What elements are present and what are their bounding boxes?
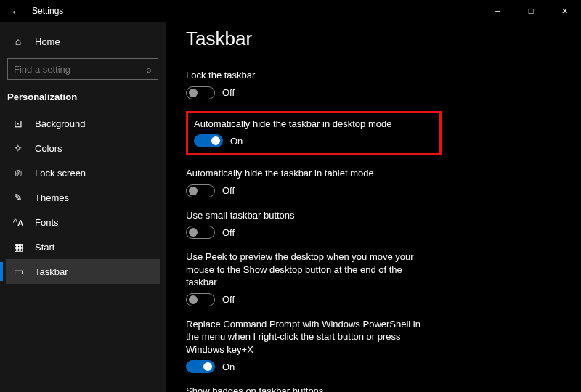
setting-label: Replace Command Prompt with Windows Powe… — [186, 318, 433, 356]
sidebar-item-label: Colors — [35, 143, 62, 154]
fonts-icon: ᴬᴀ — [12, 216, 25, 228]
themes-icon: ✎ — [12, 192, 25, 203]
maximize-button[interactable]: □ — [514, 0, 548, 22]
sidebar-item-label: Background — [35, 118, 85, 129]
toggle-knob — [189, 89, 198, 97]
sidebar-item-lock-screen[interactable]: ⎚Lock screen — [6, 160, 160, 185]
toggle-knob — [203, 362, 212, 371]
sidebar-item-label: Taskbar — [35, 266, 68, 277]
titlebar: ← Settings ─ □ ✕ — [0, 0, 581, 22]
setting-row: Automatically hide the taskbar in deskto… — [186, 111, 442, 156]
toggle-state: Off — [222, 87, 235, 98]
toggle-switch[interactable] — [186, 184, 215, 197]
lock-screen-icon: ⎚ — [12, 167, 25, 179]
sidebar-item-label: Fonts — [35, 217, 59, 228]
toggle-switch[interactable] — [194, 134, 223, 147]
sidebar-item-label: Themes — [35, 192, 69, 203]
sidebar-item-label: Lock screen — [35, 168, 86, 179]
window-title: Settings — [32, 6, 63, 16]
sidebar-home-label: Home — [35, 36, 60, 47]
setting-row: Use small taskbar buttonsOff — [186, 209, 433, 240]
toggle-knob — [211, 136, 220, 145]
setting-label: Use small taskbar buttons — [186, 209, 433, 222]
toggle-state: On — [222, 362, 235, 372]
setting-label: Lock the taskbar — [186, 69, 433, 82]
start-icon: ▦ — [12, 241, 25, 253]
toggle-state: Off — [222, 185, 235, 196]
sidebar-item-taskbar[interactable]: ▭Taskbar — [6, 259, 160, 284]
toggle-switch[interactable] — [186, 360, 215, 373]
toggle-state: Off — [222, 227, 235, 238]
toggle-state: Off — [222, 294, 235, 305]
toggle-switch[interactable] — [186, 226, 215, 239]
sidebar-item-colors[interactable]: ✧Colors — [6, 136, 160, 160]
sidebar-item-themes[interactable]: ✎Themes — [6, 185, 160, 210]
minimize-button[interactable]: ─ — [481, 0, 514, 22]
sidebar-section-header: Personalization — [6, 87, 160, 110]
background-icon: ⊡ — [12, 118, 25, 129]
setting-label: Use Peek to preview the desktop when you… — [186, 250, 433, 289]
toggle-switch[interactable] — [186, 293, 215, 306]
page-heading: Taskbar — [186, 28, 561, 50]
toggle-knob — [189, 228, 198, 237]
search-input[interactable] — [14, 64, 146, 75]
sidebar: ⌂ Home ⌕ Personalization ⊡Background✧Col… — [0, 22, 166, 392]
back-button[interactable]: ← — [9, 5, 23, 17]
sidebar-home[interactable]: ⌂ Home — [6, 29, 160, 54]
setting-label: Automatically hide the taskbar in tablet… — [186, 167, 433, 180]
sidebar-item-label: Start — [35, 242, 54, 253]
taskbar-icon: ▭ — [12, 266, 25, 277]
setting-row: Automatically hide the taskbar in tablet… — [186, 167, 433, 197]
setting-row: Show badges on taskbar buttonsOn — [186, 385, 433, 392]
toggle-state: On — [230, 136, 243, 147]
setting-row: Use Peek to preview the desktop when you… — [186, 250, 433, 306]
toggle-switch[interactable] — [186, 86, 215, 99]
toggle-knob — [189, 295, 198, 304]
colors-icon: ✧ — [12, 142, 25, 154]
setting-row: Replace Command Prompt with Windows Powe… — [186, 318, 433, 374]
setting-row: Lock the taskbarOff — [186, 69, 433, 99]
sidebar-item-start[interactable]: ▦Start — [6, 234, 160, 259]
search-icon: ⌕ — [146, 64, 152, 75]
home-icon: ⌂ — [12, 36, 25, 47]
setting-label: Show badges on taskbar buttons — [186, 385, 433, 392]
close-button[interactable]: ✕ — [548, 0, 581, 22]
setting-label: Automatically hide the taskbar in deskto… — [194, 118, 434, 131]
content-pane[interactable]: Taskbar Lock the taskbarOffAutomatically… — [166, 22, 581, 392]
toggle-knob — [189, 187, 198, 195]
sidebar-item-background[interactable]: ⊡Background — [6, 111, 160, 136]
search-field[interactable]: ⌕ — [7, 58, 158, 80]
sidebar-item-fonts[interactable]: ᴬᴀFonts — [6, 210, 160, 234]
